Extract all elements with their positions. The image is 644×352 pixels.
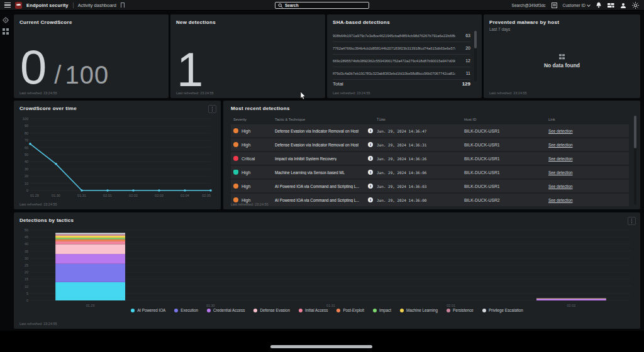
expand-panels-icon[interactable]	[2, 28, 9, 35]
table-row[interactable]: HighDefense Evasion via Indicator Remova…	[231, 138, 629, 151]
sha-row[interactable]: 669c2895574bfb3892362c55343661752a472a27…	[333, 55, 470, 67]
info-icon[interactable]: i	[368, 170, 373, 175]
table-row[interactable]: HighDefense Evasion via Indicator Remova…	[231, 124, 629, 137]
svg-text:15: 15	[25, 277, 28, 281]
svg-text:50: 50	[25, 153, 28, 157]
user-profile-icon[interactable]	[620, 3, 626, 9]
see-detection-link[interactable]: See detection	[548, 157, 573, 161]
table-row[interactable]: HighAI Powered IOA via Command and Scrip…	[231, 194, 629, 206]
legend-item[interactable]: Credential Access	[207, 308, 245, 312]
sha-row[interactable]: ff79d3c4a0b7eb191783c323ab8363ebd1fd10be…	[333, 67, 470, 80]
panel-menu-kebab-icon[interactable]	[208, 105, 216, 113]
svg-text:02.01: 02.01	[103, 194, 112, 197]
info-icon[interactable]: i	[368, 128, 373, 133]
sha-row[interactable]: 908b64b1971a979c7e3e8ce4621945cba84854cb…	[333, 30, 470, 42]
table-row[interactable]: CriticalImpact via Inhibit System Recove…	[231, 152, 629, 165]
total-value: 129	[462, 81, 470, 87]
table-row[interactable]: HighAI Powered IOA via Command and Scrip…	[231, 180, 629, 192]
sha-list: 908b64b1971a979c7e3e8ce4621945cba84854cb…	[333, 30, 470, 80]
see-detection-link[interactable]: See detection	[548, 170, 573, 175]
sha-count: 63	[465, 33, 470, 38]
new-detections-card: New detections 1 Last refreshed: 23:24:5…	[170, 14, 325, 98]
menu-icon[interactable]	[4, 3, 11, 8]
svg-text:30: 30	[25, 256, 28, 260]
severity-label: High	[242, 143, 250, 147]
search-icon	[278, 3, 283, 8]
legend-item[interactable]: Post-Exploit	[336, 308, 364, 312]
legend-item[interactable]: Execution	[174, 308, 198, 312]
detections-rows: HighDefense Evasion via Indicator Remova…	[231, 124, 629, 207]
see-detection-link[interactable]: See detection	[548, 129, 573, 133]
host-id-label: BILK-DUCK-USR1	[464, 143, 548, 147]
bookmark-icon[interactable]	[121, 3, 125, 8]
legend-item[interactable]: Impact	[373, 308, 391, 312]
search-input[interactable]	[285, 3, 366, 8]
sha-total-row: Total 129	[333, 79, 470, 89]
customer-id-dropdown[interactable]: Customer ID	[563, 3, 590, 8]
table-scrollbar[interactable]	[634, 116, 636, 205]
column-header: Severity	[231, 116, 275, 123]
legend-item[interactable]: Machine Learning	[400, 308, 438, 312]
host-id-label: BILK-DUCK-USR1	[464, 129, 548, 133]
info-icon[interactable]: i	[368, 142, 373, 147]
app-title: Endpoint security	[26, 3, 69, 8]
brand-logo-icon[interactable]	[15, 2, 22, 9]
svg-text:60: 60	[25, 146, 28, 150]
bottom-strip	[0, 331, 644, 352]
svg-text:01.30: 01.30	[52, 194, 60, 197]
column-header: Tactic & Technique	[275, 116, 377, 123]
see-detection-link[interactable]: See detection	[548, 198, 573, 202]
apps-icon[interactable]	[608, 3, 614, 8]
svg-text:02.02: 02.02	[129, 194, 138, 197]
page-title: Activity dashboard	[78, 3, 116, 8]
sha-count: 20	[465, 46, 470, 50]
legend-dot	[299, 309, 303, 312]
svg-text:45: 45	[25, 235, 28, 239]
chart-title: Detections by tactics	[14, 212, 640, 223]
legend-dot	[174, 309, 178, 312]
last-refreshed: Last refreshed: 23:24:55	[333, 91, 370, 95]
sha-row[interactable]: 7762a4766bc394b4cb2d858144b207183ff23b31…	[333, 42, 470, 55]
severity-label: High	[242, 170, 250, 175]
tactics-chart: 0510152025303540455001.2901.3001.3102.01…	[19, 228, 635, 308]
notifications-bell-icon[interactable]	[596, 2, 602, 9]
legend-item[interactable]: Persistence	[447, 308, 474, 312]
severity-icon	[233, 184, 238, 189]
legend-item[interactable]: Initial Access	[299, 308, 328, 312]
severity-icon	[233, 197, 238, 202]
sha-scrollbar[interactable]	[474, 31, 477, 81]
info-icon[interactable]: i	[368, 156, 373, 161]
settings-gear-icon[interactable]	[632, 2, 639, 9]
sha-hash: 908b64b1971a979c7e3e8ce4621945cba84854cb…	[333, 34, 455, 38]
legend-item[interactable]: AI Powered IOA	[131, 308, 165, 312]
svg-text:01.29: 01.29	[86, 304, 95, 307]
dashboard-settings-icon[interactable]	[2, 16, 9, 24]
see-detection-link[interactable]: See detection	[548, 184, 573, 189]
new-detections-value: 1	[177, 51, 202, 89]
last-refreshed: Last refreshed: 23:24:55	[489, 91, 527, 95]
legend-item[interactable]: Defense Evasion	[253, 308, 290, 312]
svg-text:10: 10	[25, 285, 28, 289]
last-refreshed: Last refreshed: 23:24:55	[19, 202, 57, 206]
panel-menu-kebab-icon[interactable]	[628, 217, 636, 225]
svg-text:50: 50	[25, 228, 28, 232]
notes-icon[interactable]	[552, 3, 557, 8]
legend-label: Initial Access	[305, 308, 328, 312]
table-title: Most recent detections	[223, 101, 640, 111]
sha-count: 11	[466, 71, 470, 75]
info-icon[interactable]: i	[368, 197, 373, 202]
svg-text:02.02: 02.02	[567, 304, 576, 307]
table-row[interactable]: HighMachine Learning via Sensor-based ML…	[231, 166, 629, 179]
svg-text:40: 40	[25, 242, 28, 246]
last-refreshed: Last refreshed: 23:24:55	[176, 91, 214, 95]
left-rail	[0, 11, 11, 352]
tactic-label: Impact via Inhibit System Recovery	[275, 157, 336, 161]
legend-item[interactable]: Privilege Escalation	[482, 308, 523, 312]
svg-text:35: 35	[25, 250, 28, 253]
info-icon[interactable]: i	[368, 184, 373, 189]
crowdscore-chart: 010203040506070809010001.2901.3001.3102.…	[19, 116, 216, 199]
tactics-legend: AI Powered IOAExecutionCredential Access…	[14, 308, 640, 312]
legend-label: Defense Evasion	[260, 308, 290, 312]
see-detection-link[interactable]: See detection	[548, 143, 573, 147]
global-search[interactable]	[275, 2, 369, 9]
